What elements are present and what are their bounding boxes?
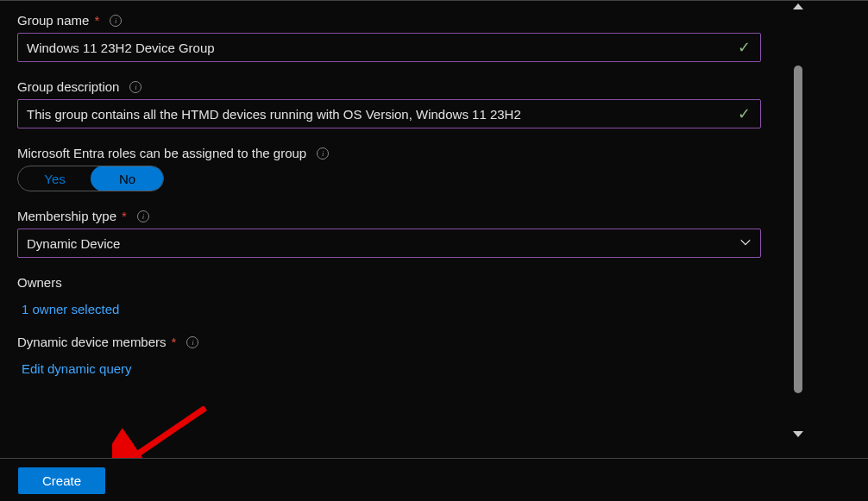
scrollbar-down-icon[interactable] xyxy=(793,431,803,437)
info-icon[interactable]: i xyxy=(129,81,142,93)
group-name-field: Group name * i ✓ xyxy=(17,13,770,62)
group-description-label-text: Group description xyxy=(17,79,119,94)
create-button[interactable]: Create xyxy=(18,467,105,494)
owners-field: Owners 1 owner selected xyxy=(17,275,770,317)
dynamic-members-field: Dynamic device members * i Edit dynamic … xyxy=(17,335,770,377)
scrollbar[interactable] xyxy=(790,3,806,439)
entra-roles-label: Microsoft Entra roles can be assigned to… xyxy=(17,146,770,160)
chevron-down-icon xyxy=(739,236,752,251)
info-icon[interactable]: i xyxy=(110,15,122,27)
toggle-no-button[interactable]: No xyxy=(91,166,164,191)
edit-dynamic-query-link[interactable]: Edit dynamic query xyxy=(17,361,132,376)
group-name-label: Group name * i xyxy=(17,13,770,28)
info-icon[interactable]: i xyxy=(137,210,149,222)
membership-type-value: Dynamic Device xyxy=(27,236,120,251)
membership-type-field: Membership type * i Dynamic Device xyxy=(17,209,770,258)
entra-roles-toggle: Yes No xyxy=(17,166,164,191)
required-indicator: * xyxy=(122,209,127,223)
group-description-label: Group description i xyxy=(17,79,770,94)
dynamic-members-label-text: Dynamic device members xyxy=(17,335,167,349)
toggle-yes-button[interactable]: Yes xyxy=(18,166,91,191)
info-icon[interactable]: i xyxy=(186,336,198,348)
group-name-input-wrapper: ✓ xyxy=(17,33,761,62)
form-content: Group name * i ✓ Group description i ✓ M… xyxy=(0,1,787,441)
group-name-input[interactable] xyxy=(17,33,761,62)
owners-link[interactable]: 1 owner selected xyxy=(17,302,119,316)
group-name-label-text: Group name xyxy=(17,13,89,28)
group-description-input-wrapper: ✓ xyxy=(17,99,761,128)
membership-type-label: Membership type * i xyxy=(17,209,770,223)
membership-type-label-text: Membership type xyxy=(17,209,116,223)
group-description-field: Group description i ✓ xyxy=(17,79,770,128)
membership-type-dropdown[interactable]: Dynamic Device xyxy=(17,229,761,258)
dynamic-members-label: Dynamic device members * i xyxy=(17,335,770,349)
scrollbar-up-icon[interactable] xyxy=(793,3,803,9)
scrollbar-thumb[interactable] xyxy=(794,66,802,393)
owners-label-text: Owners xyxy=(17,275,62,290)
required-indicator: * xyxy=(172,335,177,349)
group-description-input[interactable] xyxy=(17,99,761,128)
entra-roles-field: Microsoft Entra roles can be assigned to… xyxy=(17,146,770,191)
info-icon[interactable]: i xyxy=(317,147,329,160)
entra-roles-label-text: Microsoft Entra roles can be assigned to… xyxy=(17,146,306,160)
owners-label: Owners xyxy=(17,275,770,290)
footer-bar: Create xyxy=(0,458,868,501)
required-indicator: * xyxy=(94,13,99,28)
